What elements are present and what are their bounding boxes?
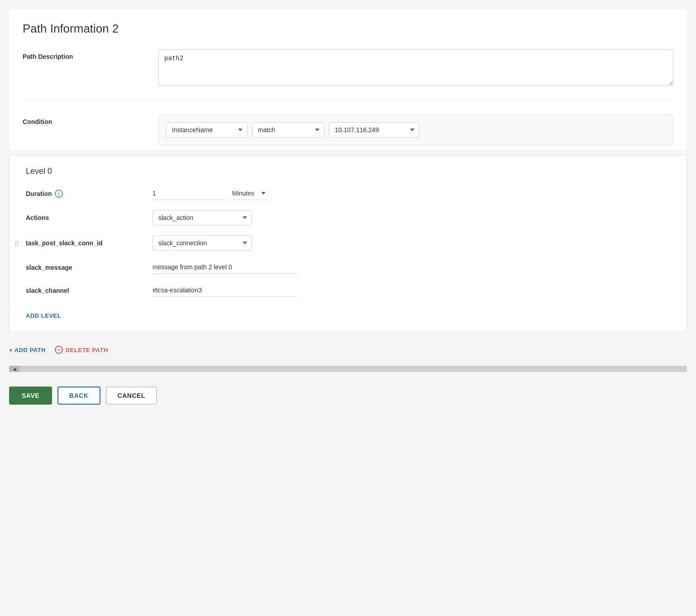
scroll-left-arrow[interactable]: ◀ xyxy=(9,366,20,372)
cancel-button[interactable]: CANCEL xyxy=(106,387,157,405)
scroll-track[interactable] xyxy=(20,366,687,372)
duration-unit-select[interactable]: Minutes Hours Days xyxy=(230,187,267,200)
delete-path-button[interactable]: − DELETE PATH xyxy=(55,344,108,356)
delete-path-icon: − xyxy=(55,346,63,354)
duration-input[interactable] xyxy=(153,187,225,200)
path-description-label: Path Description xyxy=(23,49,158,60)
condition-inputs: InstanceName Field2 Field3 match equals … xyxy=(158,115,673,145)
top-card: Path Information 2 Path Description Cond… xyxy=(9,9,687,150)
condition-value-select[interactable]: 10.107.116.249 10.107.116.250 xyxy=(329,122,420,138)
path-description-input[interactable] xyxy=(158,49,673,86)
add-level-button[interactable]: ADD LEVEL xyxy=(26,310,61,321)
page-title: Path Information 2 xyxy=(23,22,673,36)
actions-row: Actions slack_action email_action webhoo… xyxy=(26,210,676,225)
slack-message-row: slack_message xyxy=(26,261,676,274)
page-wrapper: Path Information 2 Path Description Cond… xyxy=(0,0,696,616)
save-button[interactable]: SAVE xyxy=(9,387,52,405)
duration-row: Duration i Minutes Hours Days xyxy=(26,187,676,200)
level-title: Level 0 xyxy=(26,167,676,176)
condition-field-select[interactable]: InstanceName Field2 Field3 xyxy=(166,122,248,138)
duration-control: Minutes Hours Days xyxy=(153,187,267,200)
conn-id-row: task_post_slack_conn_id slack_connection… xyxy=(26,235,676,251)
slack-message-label: slack_message xyxy=(26,264,153,271)
back-button[interactable]: BACK xyxy=(57,387,100,405)
slack-message-input[interactable] xyxy=(153,261,297,274)
conn-id-select[interactable]: slack_connection connection2 xyxy=(153,235,252,251)
add-path-button[interactable]: + ADD PATH xyxy=(9,345,46,355)
condition-control: InstanceName Field2 Field3 match equals … xyxy=(158,115,673,145)
condition-operator-select[interactable]: match equals contains not equals xyxy=(252,122,324,138)
path-description-control xyxy=(158,49,673,87)
condition-row: Condition InstanceName Field2 Field3 mat… xyxy=(23,115,673,145)
actions-label: Actions xyxy=(26,214,153,221)
path-description-row: Path Description xyxy=(23,49,673,101)
slack-channel-input[interactable] xyxy=(153,284,297,297)
actions-select[interactable]: slack_action email_action webhook_action xyxy=(153,210,252,225)
level-section: ⠿ Level 0 Duration i Minutes Hours Days … xyxy=(9,155,687,332)
slack-channel-label: slack_channel xyxy=(26,287,153,294)
duration-label: Duration i xyxy=(26,190,153,198)
drag-handle-icon[interactable]: ⠿ xyxy=(14,239,19,248)
bottom-actions: + ADD PATH − DELETE PATH xyxy=(9,339,687,360)
condition-label: Condition xyxy=(23,115,158,125)
conn-id-label: task_post_slack_conn_id xyxy=(26,239,153,247)
slack-channel-row: slack_channel xyxy=(26,284,676,297)
footer-buttons: SAVE BACK CANCEL xyxy=(9,387,687,405)
duration-info-icon[interactable]: i xyxy=(55,190,63,198)
horizontal-scrollbar[interactable]: ◀ xyxy=(9,366,687,372)
